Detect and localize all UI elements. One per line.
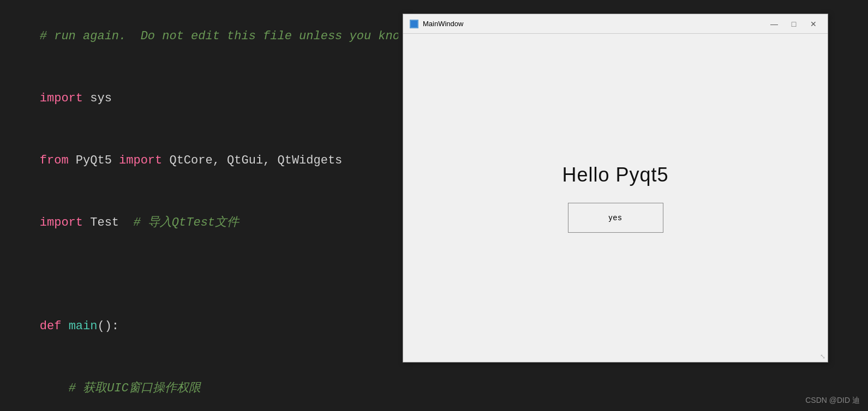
qt-maximize-button[interactable]: □ bbox=[786, 18, 801, 30]
code-line-1: import sys bbox=[11, 68, 393, 130]
qt-minimize-button[interactable]: — bbox=[767, 18, 782, 30]
qt-titlebar-left: MainWindow bbox=[410, 20, 463, 28]
code-line-blank1 bbox=[11, 254, 393, 275]
code-editor: # run again. Do not edit this file unles… bbox=[0, 0, 398, 411]
qt-close-button[interactable]: ✕ bbox=[806, 18, 821, 30]
qt-main-window: MainWindow — □ ✕ Hello Pyqt5 yes ⤡ bbox=[403, 14, 828, 362]
qt-content-area: Hello Pyqt5 yes bbox=[403, 34, 828, 362]
qt-window-icon bbox=[410, 20, 418, 28]
code-line-def: def main(): bbox=[11, 295, 393, 358]
qt-yes-button[interactable]: yes bbox=[568, 203, 663, 233]
code-line-comment1: # 获取UIC窗口操作权限 bbox=[11, 358, 393, 411]
code-line-comment-top: # run again. Do not edit this file unles… bbox=[11, 5, 393, 68]
qt-window-title: MainWindow bbox=[423, 20, 463, 28]
qt-titlebar-controls[interactable]: — □ ✕ bbox=[767, 18, 821, 30]
code-line-2: from PyQt5 import QtCore, QtGui, QtWidge… bbox=[11, 130, 393, 192]
watermark: CSDN @DID 迪 bbox=[805, 396, 860, 406]
code-line-3: import Test # 导入QtTest文件 bbox=[11, 192, 393, 254]
code-line-blank2 bbox=[11, 275, 393, 295]
qt-titlebar: MainWindow — □ ✕ bbox=[403, 14, 828, 34]
qt-resize-handle[interactable]: ⤡ bbox=[820, 353, 825, 361]
qt-hello-label: Hello Pyqt5 bbox=[562, 164, 668, 186]
